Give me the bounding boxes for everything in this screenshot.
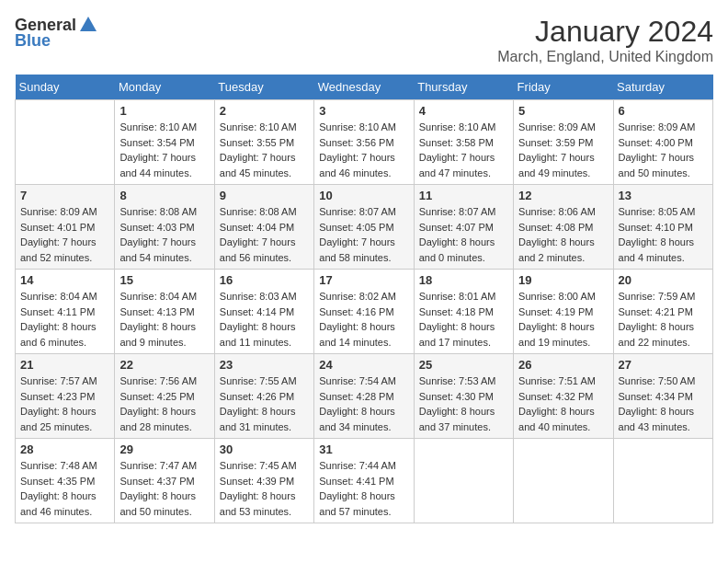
sunset-text: Sunset: 3:58 PM [419,135,508,151]
page-header: General Blue January 2024 March, England… [15,15,713,65]
calendar-cell-w5-d5 [514,439,613,523]
daylight-text: Daylight: 7 hours and 52 minutes. [20,235,109,265]
sunset-text: Sunset: 3:56 PM [319,135,408,151]
sunrise-text: Sunrise: 8:08 AM [119,204,209,220]
day-info: Sunrise: 8:10 AM Sunset: 3:54 PM Dayligh… [119,120,209,180]
day-info: Sunrise: 8:10 AM Sunset: 3:58 PM Dayligh… [419,120,508,180]
calendar-cell-w1-d0 [16,100,115,185]
day-number: 23 [220,358,309,372]
sunrise-text: Sunrise: 7:45 AM [220,458,309,474]
sunrise-text: Sunrise: 8:02 AM [319,289,408,304]
day-number: 12 [518,189,608,202]
sunset-text: Sunset: 4:11 PM [20,304,109,320]
calendar-cell-w5-d6 [613,439,712,523]
sunset-text: Sunset: 4:10 PM [619,220,708,236]
daylight-text: Daylight: 7 hours and 45 minutes. [220,150,309,180]
daylight-text: Daylight: 8 hours and 6 minutes. [20,319,109,350]
logo-icon [78,15,98,35]
sunrise-text: Sunrise: 8:08 AM [220,204,309,220]
sunrise-text: Sunrise: 8:09 AM [20,204,109,220]
sunrise-text: Sunrise: 8:10 AM [220,120,309,135]
day-info: Sunrise: 8:09 AM Sunset: 4:00 PM Dayligh… [619,120,708,180]
daylight-text: Daylight: 8 hours and 22 minutes. [619,319,708,350]
week-row-3: 14 Sunrise: 8:04 AM Sunset: 4:11 PM Dayl… [16,270,713,354]
day-number: 25 [419,358,508,372]
calendar-cell-w4-d0: 21 Sunrise: 7:57 AM Sunset: 4:23 PM Dayl… [16,354,115,439]
calendar-cell-w4-d4: 25 Sunrise: 7:53 AM Sunset: 4:30 PM Dayl… [414,354,513,439]
daylight-text: Daylight: 8 hours and 43 minutes. [619,404,708,434]
daylight-text: Daylight: 8 hours and 40 minutes. [518,404,608,434]
sunrise-text: Sunrise: 7:44 AM [319,458,408,474]
daylight-text: Daylight: 8 hours and 4 minutes. [619,235,708,265]
day-number: 16 [220,273,309,287]
sunrise-text: Sunrise: 7:57 AM [20,373,109,389]
sunrise-text: Sunrise: 8:10 AM [119,120,209,135]
day-info: Sunrise: 8:10 AM Sunset: 3:55 PM Dayligh… [220,120,309,180]
calendar-cell-w3-d3: 17 Sunrise: 8:02 AM Sunset: 4:16 PM Dayl… [314,270,414,354]
sunrise-text: Sunrise: 8:03 AM [220,289,309,304]
daylight-text: Daylight: 8 hours and 2 minutes. [518,235,608,265]
sunrise-text: Sunrise: 7:47 AM [119,458,209,474]
calendar-cell-w4-d3: 24 Sunrise: 7:54 AM Sunset: 4:28 PM Dayl… [314,354,414,439]
sunset-text: Sunset: 4:30 PM [419,389,508,405]
sunset-text: Sunset: 4:07 PM [419,220,508,236]
day-info: Sunrise: 8:08 AM Sunset: 4:03 PM Dayligh… [119,204,209,265]
header-monday: Monday [115,75,214,100]
day-info: Sunrise: 8:00 AM Sunset: 4:19 PM Dayligh… [518,289,608,350]
svg-marker-0 [80,17,97,31]
day-info: Sunrise: 7:56 AM Sunset: 4:25 PM Dayligh… [119,373,209,434]
sunrise-text: Sunrise: 8:07 AM [419,204,508,220]
calendar-cell-w3-d5: 19 Sunrise: 8:00 AM Sunset: 4:19 PM Dayl… [514,270,613,354]
header-sunday: Sunday [16,75,115,100]
calendar-cell-w5-d0: 28 Sunrise: 7:48 AM Sunset: 4:35 PM Dayl… [16,439,115,523]
calendar-cell-w1-d1: 1 Sunrise: 8:10 AM Sunset: 3:54 PM Dayli… [115,100,214,185]
daylight-text: Daylight: 8 hours and 28 minutes. [119,404,209,434]
day-number: 14 [20,273,109,287]
sunset-text: Sunset: 4:41 PM [319,474,408,489]
day-info: Sunrise: 8:05 AM Sunset: 4:10 PM Dayligh… [619,204,708,265]
sunset-text: Sunset: 3:54 PM [119,135,209,151]
day-info: Sunrise: 8:09 AM Sunset: 3:59 PM Dayligh… [518,120,608,180]
daylight-text: Daylight: 8 hours and 57 minutes. [319,488,408,519]
day-number: 2 [220,104,309,118]
calendar-cell-w4-d5: 26 Sunrise: 7:51 AM Sunset: 4:32 PM Dayl… [514,354,613,439]
daylight-text: Daylight: 7 hours and 44 minutes. [119,150,209,180]
sunset-text: Sunset: 4:14 PM [220,304,309,320]
daylight-text: Daylight: 8 hours and 19 minutes. [518,319,608,350]
sunset-text: Sunset: 4:05 PM [319,220,408,236]
day-number: 5 [518,104,608,118]
header-saturday: Saturday [613,75,712,100]
sunset-text: Sunset: 4:16 PM [319,304,408,320]
title-area: January 2024 March, England, United King… [497,15,713,65]
sunrise-text: Sunrise: 8:00 AM [518,289,608,304]
daylight-text: Daylight: 8 hours and 53 minutes. [220,488,309,519]
day-number: 7 [20,189,109,202]
week-row-5: 28 Sunrise: 7:48 AM Sunset: 4:35 PM Dayl… [16,439,713,523]
day-number: 3 [319,104,408,118]
day-number: 22 [119,358,209,372]
sunrise-text: Sunrise: 8:05 AM [619,204,708,220]
calendar-cell-w1-d2: 2 Sunrise: 8:10 AM Sunset: 3:55 PM Dayli… [214,100,313,185]
day-number: 26 [518,358,608,372]
calendar-cell-w2-d0: 7 Sunrise: 8:09 AM Sunset: 4:01 PM Dayli… [16,185,115,270]
sunrise-text: Sunrise: 7:55 AM [220,373,309,389]
calendar-table: Sunday Monday Tuesday Wednesday Thursday… [15,75,713,523]
sunrise-text: Sunrise: 8:01 AM [419,289,508,304]
sunrise-text: Sunrise: 8:10 AM [319,120,408,135]
sunset-text: Sunset: 4:37 PM [119,474,209,489]
sunset-text: Sunset: 4:32 PM [518,389,608,405]
calendar-cell-w5-d2: 30 Sunrise: 7:45 AM Sunset: 4:39 PM Dayl… [214,439,313,523]
calendar-cell-w4-d6: 27 Sunrise: 7:50 AM Sunset: 4:34 PM Dayl… [613,354,712,439]
sunrise-text: Sunrise: 7:51 AM [518,373,608,389]
day-number: 10 [319,189,408,202]
daylight-text: Daylight: 7 hours and 46 minutes. [319,150,408,180]
calendar-cell-w5-d1: 29 Sunrise: 7:47 AM Sunset: 4:37 PM Dayl… [115,439,214,523]
day-info: Sunrise: 7:48 AM Sunset: 4:35 PM Dayligh… [20,458,109,519]
day-info: Sunrise: 7:50 AM Sunset: 4:34 PM Dayligh… [619,373,708,434]
day-number: 28 [20,442,109,456]
sunset-text: Sunset: 4:21 PM [619,304,708,320]
daylight-text: Daylight: 7 hours and 49 minutes. [518,150,608,180]
sunset-text: Sunset: 4:26 PM [220,389,309,405]
daylight-text: Daylight: 7 hours and 47 minutes. [419,150,508,180]
week-row-1: 1 Sunrise: 8:10 AM Sunset: 3:54 PM Dayli… [16,100,713,185]
